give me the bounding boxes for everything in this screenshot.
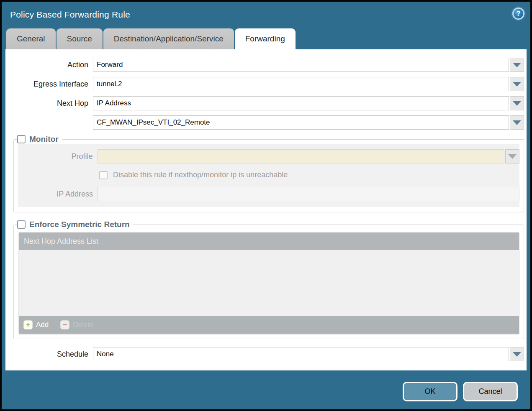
forwarding-tab-panel: Action Egress Interface Next Hop Monitor… bbox=[5, 49, 527, 370]
dialog-footer: OK Cancel bbox=[2, 370, 530, 409]
monitor-panel: Profile Disable this rule if nexthop/mon… bbox=[18, 144, 519, 207]
next-hop-address-list-table: Next Hop Address List + Add − Delete bbox=[19, 232, 519, 334]
dialog-titlebar: Policy Based Forwarding Rule ? bbox=[2, 2, 530, 28]
monitor-ip-row: IP Address bbox=[18, 187, 519, 201]
disable-rule-checkbox bbox=[99, 171, 108, 179]
chevron-down-icon bbox=[513, 352, 521, 357]
next-hop-label: Next Hop bbox=[5, 96, 93, 110]
tab-bar: General Source Destination/Application/S… bbox=[2, 28, 530, 49]
action-label: Action bbox=[5, 58, 93, 72]
delete-button-label: Delete bbox=[73, 321, 93, 329]
profile-label: Profile bbox=[18, 149, 98, 163]
add-button[interactable]: + Add bbox=[23, 320, 49, 329]
monitor-legend: Monitor bbox=[17, 135, 62, 144]
monitor-label: Monitor bbox=[29, 135, 59, 144]
schedule-input[interactable] bbox=[93, 347, 509, 361]
next-hop-type-input[interactable] bbox=[93, 96, 509, 110]
disable-rule-label: Disable this rule if nexthop/monitor ip … bbox=[113, 171, 288, 179]
profile-dropdown-button bbox=[505, 149, 519, 163]
chevron-down-icon bbox=[513, 63, 521, 67]
next-hop-row: Next Hop bbox=[5, 96, 527, 110]
add-button-label: Add bbox=[36, 321, 49, 329]
monitor-ip-label: IP Address bbox=[18, 187, 98, 201]
next-hop-address-list-toolbar: + Add − Delete bbox=[19, 316, 519, 334]
next-hop-dropdown-button[interactable] bbox=[510, 96, 524, 110]
ok-button[interactable]: OK bbox=[403, 382, 457, 401]
chevron-down-icon bbox=[513, 120, 521, 125]
profile-input bbox=[98, 149, 505, 163]
dialog-title: Policy Based Forwarding Rule bbox=[10, 10, 130, 19]
monitor-checkbox[interactable] bbox=[17, 135, 26, 143]
egress-interface-label: Egress Interface bbox=[5, 77, 93, 91]
schedule-row: Schedule bbox=[5, 347, 527, 361]
profile-row: Profile bbox=[18, 149, 519, 163]
help-icon[interactable]: ? bbox=[512, 8, 524, 20]
tab-forwarding[interactable]: Forwarding bbox=[235, 28, 296, 49]
disable-rule-row: Disable this rule if nexthop/monitor ip … bbox=[99, 171, 519, 179]
cancel-button[interactable]: Cancel bbox=[463, 382, 518, 401]
action-input[interactable] bbox=[93, 58, 509, 72]
enforce-symmetric-return-section: Enforce Symmetric Return Next Hop Addres… bbox=[13, 220, 524, 339]
plus-icon: + bbox=[23, 320, 33, 329]
chevron-down-icon bbox=[513, 82, 521, 87]
next-hop-address-spacer bbox=[5, 115, 93, 130]
next-hop-address-dropdown-button[interactable] bbox=[510, 115, 524, 130]
enforce-symmetric-return-legend: Enforce Symmetric Return bbox=[17, 220, 133, 229]
egress-interface-row: Egress Interface bbox=[5, 77, 527, 91]
schedule-label: Schedule bbox=[5, 347, 93, 361]
delete-button: − Delete bbox=[60, 320, 93, 329]
chevron-down-icon bbox=[508, 154, 517, 159]
schedule-dropdown-button[interactable] bbox=[510, 347, 524, 361]
next-hop-address-list-header: Next Hop Address List bbox=[19, 232, 519, 250]
tab-general[interactable]: General bbox=[6, 28, 56, 49]
tab-destination-application-service[interactable]: Destination/Application/Service bbox=[103, 28, 234, 49]
next-hop-address-row bbox=[5, 115, 527, 130]
monitor-ip-input bbox=[98, 187, 519, 201]
monitor-section: Monitor Profile Disable this rule if nex… bbox=[13, 135, 524, 212]
action-row: Action bbox=[5, 58, 527, 72]
next-hop-address-input[interactable] bbox=[93, 115, 509, 130]
chevron-down-icon bbox=[513, 101, 521, 106]
enforce-symmetric-return-checkbox[interactable] bbox=[17, 220, 26, 229]
next-hop-address-list-body[interactable] bbox=[19, 250, 519, 316]
egress-interface-dropdown-button[interactable] bbox=[510, 77, 524, 91]
tab-source[interactable]: Source bbox=[57, 28, 103, 49]
enforce-symmetric-return-label: Enforce Symmetric Return bbox=[29, 220, 130, 229]
minus-icon: − bbox=[60, 320, 69, 329]
egress-interface-input[interactable] bbox=[93, 77, 509, 91]
action-dropdown-button[interactable] bbox=[510, 58, 524, 72]
